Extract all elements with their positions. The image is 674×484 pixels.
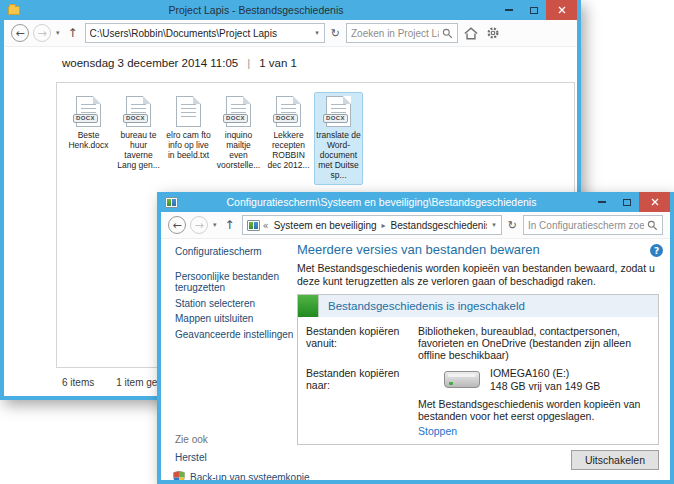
docx-file-icon: DOCX [326, 96, 351, 127]
file-name: inquino mailtje even voorstelle... [216, 130, 261, 170]
search-icon [647, 220, 658, 231]
file-history-app-icon [8, 6, 20, 15]
date-text: woensdag 3 december 2014 11:05 [62, 57, 238, 69]
page-title: Meerdere versies van bestanden bewaren [297, 242, 659, 257]
breadcrumb: « Systeem en beveiliging ▸ Bestandsgesch… [263, 220, 488, 231]
breadcrumb-system-security[interactable]: Systeem en beveiliging [274, 220, 377, 231]
gear-icon [486, 26, 500, 40]
control-panel-window: Configuratiescherm\Systeem en beveiligin… [157, 192, 674, 484]
items-count: 6 items [62, 377, 94, 388]
control-panel-window-title: Configuratiescherm\Systeem en beveiligin… [178, 196, 585, 208]
sidebar-item-select-drive[interactable]: Station selecteren [175, 298, 295, 310]
minimize-icon [598, 201, 606, 203]
forward-button[interactable]: → [190, 216, 208, 234]
breadcrumb-file-history[interactable]: Bestandsgeschiedenis [391, 220, 488, 231]
breadcrumb-prefix-icon[interactable]: « [263, 220, 269, 231]
stop-link[interactable]: Stoppen [418, 425, 648, 437]
breadcrumb-separator-icon: ▸ [382, 221, 386, 230]
address-bar[interactable]: ▾ [85, 23, 325, 43]
file-item[interactable]: DOCX Beste Henk.docx [64, 92, 113, 155]
sidebar-item-control-panel-home[interactable]: Configuratiescherm [175, 246, 295, 258]
up-button[interactable]: ↑ [222, 218, 238, 232]
close-button[interactable] [546, 0, 577, 20]
file-name: elro cam fto info op live in beeld.txt [166, 130, 211, 160]
maximize-button[interactable] [521, 0, 546, 20]
docx-file-icon: DOCX [126, 96, 151, 127]
file-history-status-box: Bestandsgeschiedenis is ingeschakeld Bes… [297, 294, 659, 445]
history-date-heading: woensdag 3 december 2014 11:05 | 1 van 1 [62, 57, 297, 69]
forward-button[interactable]: → [33, 24, 51, 42]
close-icon [558, 6, 566, 14]
docx-file-icon: DOCX [76, 96, 101, 127]
breadcrumb-bar[interactable]: « Systeem en beveiliging ▸ Bestandsgesch… [242, 215, 502, 235]
status-banner-text: Bestandsgeschiedenis is ingeschakeld [328, 300, 525, 312]
divider: | [247, 57, 250, 69]
see-also-section: Zie ook Herstel Back-up van systeemkopie [175, 434, 310, 480]
control-panel-titlebar[interactable]: Configuratiescherm\Systeem en beveiligin… [161, 192, 670, 212]
back-button[interactable]: ← [11, 24, 29, 42]
sidebar: Configuratiescherm Persoonlijke bestande… [175, 246, 295, 344]
drive-name: IOMEGA160 (E:) [490, 367, 569, 379]
first-run-note: Met Bestandsgeschiedenis worden kopieën … [418, 398, 648, 422]
recovery-link[interactable]: Herstel [175, 452, 310, 463]
search-icon [442, 28, 453, 39]
search-input[interactable] [528, 216, 644, 234]
back-button[interactable]: ← [168, 216, 186, 234]
file-item[interactable]: DOCX bureau te huur taverne Lang gen... [114, 92, 163, 175]
docx-file-icon: DOCX [226, 96, 251, 127]
file-name: Lekkere recepten ROBBIN dec 2012... [266, 130, 311, 170]
sidebar-item-restore-personal-files[interactable]: Persoonlijke bestanden terugzetten [175, 271, 295, 294]
file-name: bureau te huur taverne Lang gen... [116, 130, 161, 170]
file-name: translate de Word-document met Duitse sp… [316, 130, 361, 180]
external-drive-icon [444, 371, 480, 388]
target-drive: IOMEGA160 (E:) 148 GB vrij van 149 GB [418, 367, 648, 392]
up-button[interactable]: ↑ [65, 26, 81, 40]
see-also-heading: Zie ook [175, 434, 310, 445]
control-panel-toolbar: ← → ▾ ↑ « Systeem en beveiliging ▸ Besta… [161, 212, 670, 239]
minimize-button[interactable] [589, 192, 614, 212]
file-item[interactable]: elro cam fto info op live in beeld.txt [164, 92, 213, 165]
recent-locations-chevron-icon[interactable]: ▾ [56, 29, 60, 37]
page-indicator: 1 van 1 [259, 57, 297, 69]
recent-locations-chevron-icon[interactable]: ▾ [213, 221, 217, 229]
file-item[interactable]: DOCX Lekkere recepten ROBBIN dec 2012... [264, 92, 313, 175]
refresh-button[interactable]: ↻ [506, 219, 519, 232]
search-input[interactable] [351, 24, 439, 42]
explorer-titlebar[interactable]: Project Lapis - Bestandsgeschiedenis [4, 0, 577, 20]
search-box[interactable] [523, 215, 663, 235]
file-name: Beste Henk.docx [66, 130, 111, 150]
search-box[interactable] [346, 23, 458, 43]
explorer-toolbar: ← → ▾ ↑ ▾ ↻ [4, 20, 577, 47]
status-header: Bestandsgeschiedenis is ingeschakeld [298, 295, 658, 317]
intro-text: Met Bestandsgeschiedenis worden kopieën … [297, 262, 659, 287]
disable-button[interactable]: Uitschakelen [571, 450, 659, 470]
refresh-button[interactable]: ↻ [329, 27, 342, 40]
sidebar-item-advanced-settings[interactable]: Geavanceerde instellingen [175, 329, 295, 341]
control-panel-app-icon [165, 197, 178, 208]
home-icon [464, 27, 478, 40]
copy-to-label: Bestanden kopiëren naar: [306, 367, 414, 392]
close-button[interactable] [639, 192, 670, 212]
security-shield-icon [173, 471, 185, 480]
drive-free-space: 148 GB vrij van 149 GB [490, 380, 600, 392]
explorer-window-title: Project Lapis - Bestandsgeschiedenis [20, 4, 492, 16]
sidebar-item-exclude-folders[interactable]: Mappen uitsluiten [175, 313, 295, 325]
maximize-button[interactable] [614, 192, 639, 212]
close-icon [651, 198, 659, 206]
txt-file-icon [176, 96, 201, 127]
minimize-button[interactable] [496, 0, 521, 20]
file-item-selected[interactable]: DOCX translate de Word-document met Duit… [314, 92, 363, 185]
maximize-icon [623, 199, 631, 206]
system-image-backup-link[interactable]: Back-up van systeemkopie [173, 471, 310, 480]
main-panel: Meerdere versies van bestanden bewaren M… [297, 242, 659, 470]
minimize-icon [505, 9, 513, 11]
address-dropdown-icon[interactable]: ▾ [490, 221, 498, 229]
address-dropdown-icon[interactable]: ▾ [313, 29, 321, 37]
address-input[interactable] [90, 24, 311, 42]
settings-button[interactable] [484, 26, 502, 40]
home-button[interactable] [462, 27, 480, 40]
system-image-backup-label: Back-up van systeemkopie [190, 472, 310, 480]
docx-file-icon: DOCX [276, 96, 301, 127]
status-on-indicator-icon [298, 295, 319, 317]
file-item[interactable]: DOCX inquino mailtje even voorstelle... [214, 92, 263, 175]
